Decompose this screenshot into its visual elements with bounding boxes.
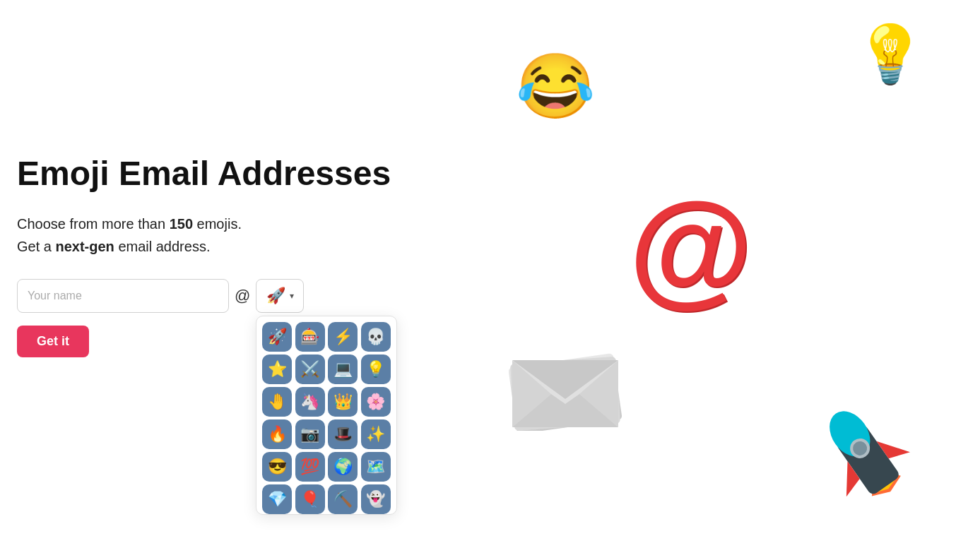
chevron-down-icon: ▾: [290, 291, 294, 301]
selected-emoji: 🚀: [266, 287, 285, 305]
emoji-item[interactable]: 👻: [361, 484, 391, 514]
desc-suffix: emojis.: [193, 216, 242, 232]
svg-marker-3: [512, 360, 618, 399]
emoji-item[interactable]: 💯: [295, 452, 325, 482]
emoji-item[interactable]: 🌸: [361, 387, 391, 417]
desc-line2-prefix: Get a: [17, 239, 55, 254]
get-it-button[interactable]: Get it: [17, 326, 89, 357]
svg-marker-5: [579, 360, 618, 427]
emoji-item[interactable]: 🌍: [328, 452, 358, 482]
emoji-item[interactable]: 💡: [361, 355, 391, 384]
svg-point-12: [846, 434, 874, 462]
email-input-row: @ 🚀 ▾ 🚀🎰⚡💀⭐⚔️💻💡🤚🦄👑🌸🔥📷🎩✨😎💯🌍🗺️💎🎈⛏️👻🌈🌋🍁⚖️🏔️…: [17, 279, 391, 313]
svg-marker-4: [512, 360, 551, 427]
svg-point-13: [850, 439, 870, 458]
rocket-decoration: [791, 388, 933, 518]
envelope-decoration: [509, 346, 622, 434]
svg-rect-8: [835, 424, 901, 496]
svg-marker-10: [830, 461, 864, 496]
svg-marker-11: [876, 429, 910, 464]
description: Choose from more than 150 emojis. Get a …: [17, 213, 391, 258]
svg-marker-6: [860, 458, 905, 501]
emoji-selector[interactable]: 🚀 ▾ 🚀🎰⚡💀⭐⚔️💻💡🤚🦄👑🌸🔥📷🎩✨😎💯🌍🗺️💎🎈⛏️👻🌈🌋🍁⚖️🏔️🍀⚓…: [256, 279, 304, 313]
desc-prefix: Choose from more than: [17, 216, 170, 232]
emoji-item[interactable]: ⭐: [262, 355, 292, 384]
name-input[interactable]: [17, 279, 229, 313]
desc-line2-suffix: email address.: [114, 239, 211, 254]
svg-point-9: [821, 403, 878, 464]
emoji-grid: 🚀🎰⚡💀⭐⚔️💻💡🤚🦄👑🌸🔥📷🎩✨😎💯🌍🗺️💎🎈⛏️👻🌈🌋🍁⚖️🏔️🍀⚓⚠️: [256, 316, 396, 514]
emoji-dropdown: 🚀🎰⚡💀⭐⚔️💻💡🤚🦄👑🌸🔥📷🎩✨😎💯🌍🗺️💎🎈⛏️👻🌈🌋🍁⚖️🏔️🍀⚓⚠️: [256, 316, 397, 515]
bulb-emoji-decoration: 💡: [855, 21, 926, 88]
at-sign-decoration: @: [629, 184, 753, 311]
at-symbol: @: [233, 287, 252, 305]
emoji-item[interactable]: ⚔️: [295, 355, 325, 384]
emoji-dropdown-button[interactable]: 🚀 ▾: [256, 279, 304, 313]
emoji-item[interactable]: 😎: [262, 452, 292, 482]
desc-count: 150: [170, 216, 193, 232]
emoji-item[interactable]: ⚡: [328, 322, 358, 352]
emoji-item[interactable]: 🚀: [262, 322, 292, 352]
emoji-item[interactable]: 💻: [328, 355, 358, 384]
emoji-item[interactable]: 🦄: [295, 387, 325, 417]
svg-rect-0: [509, 353, 622, 431]
emoji-item[interactable]: 🎰: [295, 322, 325, 352]
main-content: Emoji Email Addresses Choose from more t…: [17, 155, 391, 357]
emoji-item[interactable]: 👑: [328, 387, 358, 417]
emoji-grid-wrapper[interactable]: 🚀🎰⚡💀⭐⚔️💻💡🤚🦄👑🌸🔥📷🎩✨😎💯🌍🗺️💎🎈⛏️👻🌈🌋🍁⚖️🏔️🍀⚓⚠️: [256, 316, 396, 514]
emoji-item[interactable]: 🤚: [262, 387, 292, 417]
emoji-item[interactable]: 📷: [295, 419, 325, 449]
emoji-item[interactable]: ✨: [361, 419, 391, 449]
emoji-item[interactable]: 💀: [361, 322, 391, 352]
emoji-item[interactable]: 🎈: [295, 484, 325, 514]
emoji-item[interactable]: 🗺️: [361, 452, 391, 482]
emoji-item[interactable]: 💎: [262, 484, 292, 514]
emoji-item[interactable]: ⛏️: [328, 484, 358, 514]
emoji-item[interactable]: 🎩: [328, 419, 358, 449]
page-title: Emoji Email Addresses: [17, 155, 391, 193]
svg-marker-7: [862, 459, 900, 496]
desc-bold: next-gen: [55, 239, 114, 254]
svg-rect-2: [512, 360, 618, 427]
svg-rect-1: [510, 357, 620, 431]
emoji-item[interactable]: 🔥: [262, 419, 292, 449]
laugh-emoji-decoration: 😂: [516, 49, 595, 124]
